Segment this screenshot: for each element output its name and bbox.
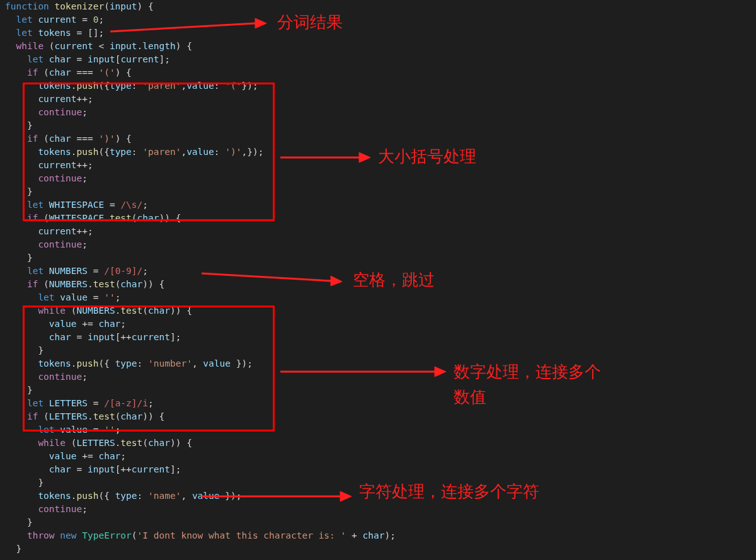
svg-marker-3 bbox=[359, 152, 370, 163]
svg-marker-9 bbox=[340, 491, 352, 501]
arrow-tokens-icon bbox=[110, 16, 268, 35]
highlight-box-paren bbox=[23, 83, 275, 221]
svg-marker-5 bbox=[331, 276, 342, 286]
svg-line-4 bbox=[202, 273, 331, 281]
highlight-box-number bbox=[23, 306, 275, 431]
annotation-tokens-result: 分词结果 bbox=[277, 16, 343, 29]
annotation-whitespace-skip: 空格，跳过 bbox=[353, 273, 435, 287]
annotation-number-handling: 数字处理，连接多个 数值 bbox=[454, 359, 601, 409]
svg-marker-1 bbox=[255, 18, 266, 28]
arrow-paren-icon bbox=[280, 151, 372, 164]
svg-line-0 bbox=[110, 23, 255, 31]
arrow-letters-icon bbox=[202, 490, 353, 503]
arrow-number-icon bbox=[280, 365, 447, 378]
annotation-paren-handling: 大小括号处理 bbox=[378, 150, 476, 163]
arrow-space-icon bbox=[202, 271, 343, 286]
svg-marker-7 bbox=[435, 367, 446, 377]
annotation-letters-handling: 字符处理，连接多个字符 bbox=[359, 485, 539, 498]
